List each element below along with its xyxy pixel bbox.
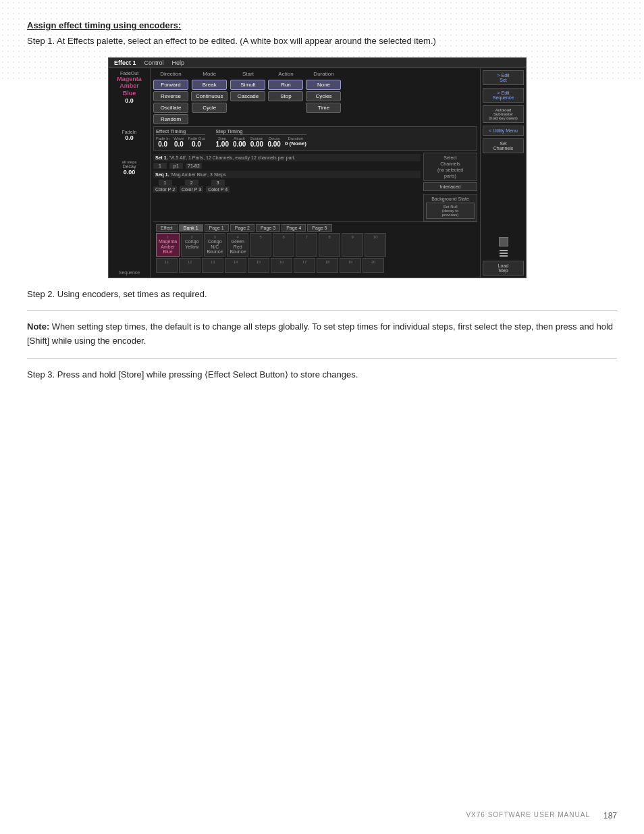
btn-cycle[interactable]: Cycle (192, 103, 227, 113)
ui-main-area: FadeOut MagentaAmberBlue 0.0 FadeIn 0.0 … (109, 68, 526, 278)
btn-time[interactable]: Time (306, 103, 341, 113)
cell-10-num: 10 (367, 235, 383, 239)
tab-page3[interactable]: Page 3 (256, 224, 280, 232)
tab-page4[interactable]: Page 4 (281, 224, 306, 232)
seq-step1-num: 1 (159, 180, 172, 186)
effect-cell-18[interactable]: 18 (317, 258, 338, 273)
seq-label: Seq 1. (155, 172, 169, 177)
effect-cell-19[interactable]: 19 (340, 258, 361, 273)
attack-field: Attack 0.00 (233, 136, 246, 148)
attack-label: Attack (233, 136, 246, 140)
ui-screenshot: Effect 1 Control Help FadeOut MagentaAmb… (108, 57, 527, 278)
cell-12-num: 12 (182, 260, 198, 264)
effect-cell-7[interactable]: 7 (296, 233, 317, 257)
btn-autoload-submaster[interactable]: AutoloadSubmaster(hold key down) (483, 105, 524, 123)
btn-random[interactable]: Random (153, 114, 188, 124)
tab-bank1[interactable]: Bank 1 (179, 224, 203, 232)
effect-cell-17[interactable]: 17 (294, 258, 315, 273)
hamburger-line-2 (500, 253, 508, 254)
note-divider-2 (27, 358, 617, 359)
action-col: Action Run Stop (268, 71, 303, 124)
btn-break[interactable]: Break (192, 80, 227, 90)
allsteps-item: all steps Decay 0.00 (111, 160, 147, 176)
duration-label: Duration (313, 71, 333, 77)
effect-cell-2[interactable]: 2 CongoYellow (181, 233, 203, 257)
step-2-line: Step 2. Using encoders, set times as req… (27, 288, 617, 301)
attack-value: 0.00 (233, 140, 246, 148)
direction-col: Direction Forward Reverse Oscillate Rand… (153, 71, 188, 124)
hamburger-icon (498, 249, 509, 258)
decay-t-value: 0.00 (267, 140, 280, 148)
btn-none[interactable]: None (306, 80, 341, 90)
seq-info: Seq 1. 'Mag Amber Blue', 3 Steps (153, 171, 421, 178)
fade-in-value: 0.0 (156, 140, 169, 148)
fadeout-color: MagentaAmberBlue (111, 76, 147, 97)
tab-page2[interactable]: Page 2 (230, 224, 254, 232)
cell-18-num: 18 (319, 260, 336, 264)
cell-5-num: 5 (252, 235, 269, 239)
seq-step1-label: Color P 2 (153, 186, 177, 192)
ui-center: Direction Forward Reverse Oscillate Rand… (151, 68, 480, 278)
effect-cell-5[interactable]: 5 (250, 233, 271, 257)
seq-step3-label: Color P 4 (206, 186, 230, 192)
page-footer: VX76 SOFTWARE USER MANUAL 187 (466, 811, 617, 820)
effect-cell-8[interactable]: 8 (319, 233, 340, 257)
ui-left-sidebar: FadeOut MagentaAmberBlue 0.0 FadeIn 0.0 … (109, 68, 151, 278)
tab-page1[interactable]: Page 1 (205, 224, 229, 232)
btn-cycles[interactable]: Cycles (306, 91, 341, 101)
duration-t-label: Duration (285, 136, 306, 140)
note-divider (27, 310, 617, 311)
btn-oscillate[interactable]: Oscillate (153, 103, 188, 113)
btn-edit-set[interactable]: > EditSet (483, 70, 524, 85)
btn-simult[interactable]: Simult (230, 80, 265, 90)
effect-cell-16[interactable]: 16 (271, 258, 292, 273)
btn-set-channels[interactable]: SetChannels (483, 138, 524, 153)
duration-t-field: Duration 0 (None) (285, 136, 306, 148)
effect-cell-3[interactable]: 3 CongoN/CBounce (204, 233, 225, 257)
interlaced-btn[interactable]: Interlaced (423, 182, 477, 191)
effect-cell-13[interactable]: 13 (202, 258, 223, 273)
effect-cell-1[interactable]: 1 MagentaAmberBlue (156, 233, 180, 257)
cell-8-num: 8 (321, 235, 338, 239)
sequence-label: Sequence (111, 267, 147, 275)
set-null-btn[interactable]: Set Null(decay toprevious) (426, 203, 475, 219)
effect-label: Effect 1 (114, 59, 136, 66)
cell-1-name: MagentaAmberBlue (159, 239, 177, 255)
bg-state-label: Background State (426, 197, 475, 201)
start-label: Start (242, 71, 254, 77)
effect-cell-12[interactable]: 12 (179, 258, 200, 273)
effect-cell-10[interactable]: 10 (365, 233, 386, 257)
fadeout-item: FadeOut MagentaAmberBlue 0.0 (111, 71, 147, 104)
btn-load-step[interactable]: LoadStep (483, 261, 524, 276)
btn-reverse[interactable]: Reverse (153, 91, 188, 101)
btn-forward[interactable]: Forward (153, 80, 188, 90)
btn-cascade[interactable]: Cascade (230, 91, 265, 101)
bottom-icons (483, 237, 524, 258)
fadein-item: FadeIn 0.0 (111, 130, 147, 141)
effect-grid-row2: 11 12 13 14 15 (156, 258, 475, 273)
effect-cell-11[interactable]: 11 (156, 258, 178, 273)
effect-cell-14[interactable]: 14 (225, 258, 246, 273)
ui-right-sidebar: > EditSet > EditSequence AutoloadSubmast… (480, 68, 526, 278)
btn-utility-menu[interactable]: < Utility Menu (483, 126, 524, 136)
btn-run[interactable]: Run (268, 80, 303, 90)
effect-cell-6[interactable]: 6 (273, 233, 294, 257)
decay-t-field: Decay 0.00 (267, 136, 280, 148)
section-heading: Assign effect timing using encoders: (27, 20, 617, 30)
timing-section: Effect Timing Fade In 0.0 Wave 0.0 (153, 126, 477, 151)
cell-20-num: 20 (365, 260, 381, 264)
fade-out-value: 0.0 (188, 140, 205, 148)
effect-cell-15[interactable]: 15 (248, 258, 269, 273)
seq-step2: 2 Color P 3 (180, 180, 203, 192)
effect-cell-9[interactable]: 9 (342, 233, 363, 257)
effect-cell-20[interactable]: 20 (363, 258, 384, 273)
tab-effect[interactable]: Effect (156, 224, 178, 232)
btn-continuous[interactable]: Continuous (191, 91, 227, 101)
step-timing-group: Step Timing Step 1.00 Attack 0.00 (216, 129, 306, 148)
mode-label: Mode (203, 71, 216, 77)
btn-edit-sequence[interactable]: > EditSequence (483, 88, 524, 103)
set-seq-area: Set 1. 'VL5 All', 1 Parts, 12 Channels, … (153, 153, 477, 221)
effect-cell-4[interactable]: 4 GreenRedBounce (227, 233, 248, 257)
tab-page5[interactable]: Page 5 (307, 224, 331, 232)
btn-stop[interactable]: Stop (268, 91, 303, 101)
